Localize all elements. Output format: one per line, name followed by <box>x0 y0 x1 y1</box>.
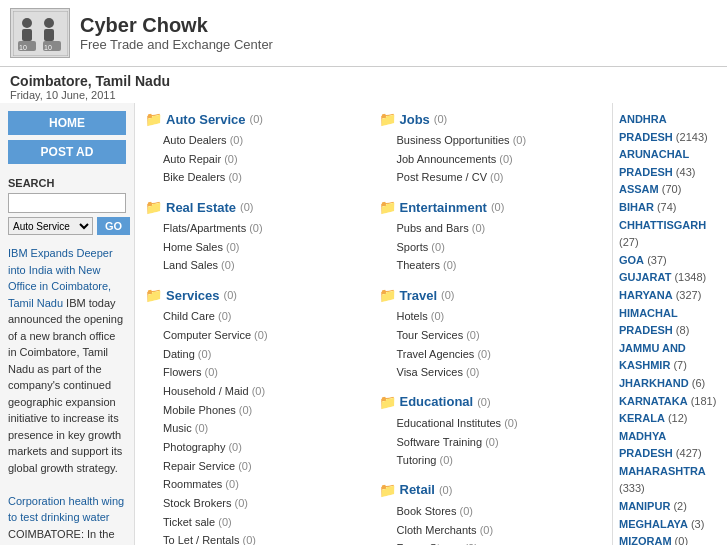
list-item: Tutoring (0) <box>397 451 603 470</box>
list-item: Repair Service (0) <box>163 457 369 476</box>
folder-icon-educational: 📁 <box>379 394 396 410</box>
state-item: JHARKHAND (6) <box>619 375 721 393</box>
list-item: Bike Dealers (0) <box>163 168 369 187</box>
search-go-button[interactable]: GO <box>97 217 130 235</box>
list-item: Business Opportunities (0) <box>397 131 603 150</box>
category-travel: 📁 Travel (0) Hotels (0) Tour Services (0… <box>379 287 603 382</box>
news-link-1[interactable]: IBM Expands Deeper into India with New O… <box>8 247 113 309</box>
list-item: Music (0) <box>163 419 369 438</box>
site-subtitle: Free Trade and Exchange Center <box>80 37 273 52</box>
states-sidebar: ANDHRA PRADESH (2143) ARUNACHAL PRADESH … <box>612 103 727 545</box>
folder-icon-auto: 📁 <box>145 111 162 127</box>
state-item: BIHAR (74) <box>619 199 721 217</box>
categories-right-col: 📁 Jobs (0) Business Opportunities (0) Jo… <box>379 111 603 545</box>
list-item: Photography (0) <box>163 438 369 457</box>
state-item: MADHYA PRADESH (427) <box>619 428 721 463</box>
category-auto-service: 📁 Auto Service (0) Auto Dealers (0) Auto… <box>145 111 369 187</box>
state-item: HARYANA (327) <box>619 287 721 305</box>
list-item: Travel Agencies (0) <box>397 345 603 364</box>
site-logo: 10 10 <box>10 8 70 58</box>
category-real-estate: 📁 Real Estate (0) Flats/Apartments (0) H… <box>145 199 369 275</box>
sidebar-news: IBM Expands Deeper into India with New O… <box>8 245 126 545</box>
state-item: MAHARASHTRA (333) <box>619 463 721 498</box>
svg-text:10: 10 <box>44 44 52 51</box>
state-item: KARNATAKA (181) <box>619 393 721 411</box>
list-item: Pubs and Bars (0) <box>397 219 603 238</box>
state-item: MIZORAM (0) <box>619 533 721 545</box>
home-button[interactable]: HOME <box>8 111 126 135</box>
state-item: ASSAM (70) <box>619 181 721 199</box>
list-item: Auto Dealers (0) <box>163 131 369 150</box>
cat-title-services[interactable]: Services <box>166 288 220 303</box>
list-item: Land Sales (0) <box>163 256 369 275</box>
svg-rect-4 <box>44 29 54 41</box>
list-item: Flowers (0) <box>163 363 369 382</box>
cat-title-travel[interactable]: Travel <box>400 288 438 303</box>
list-item: Fancy Stores (0) <box>397 539 603 545</box>
location-city: Coimbatore, Tamil Nadu <box>10 73 717 89</box>
list-item: Tour Services (0) <box>397 326 603 345</box>
list-item: Cloth Merchants (0) <box>397 521 603 540</box>
folder-icon-services: 📁 <box>145 287 162 303</box>
list-item: Job Announcements (0) <box>397 150 603 169</box>
search-category-select[interactable]: Auto Service Real Estate Services Jobs E… <box>8 217 93 235</box>
state-item: KERALA (12) <box>619 410 721 428</box>
state-item: MANIPUR (2) <box>619 498 721 516</box>
list-item: Computer Service (0) <box>163 326 369 345</box>
state-item: JAMMU AND KASHMIR (7) <box>619 340 721 375</box>
list-item: Educational Institutes (0) <box>397 414 603 433</box>
folder-icon-realestate: 📁 <box>145 199 162 215</box>
state-item: GUJARAT (1348) <box>619 269 721 287</box>
state-item: ANDHRA PRADESH (2143) <box>619 111 721 146</box>
cat-title-jobs[interactable]: Jobs <box>400 112 430 127</box>
folder-icon-travel: 📁 <box>379 287 396 303</box>
list-item: Flats/Apartments (0) <box>163 219 369 238</box>
folder-icon-entertainment: 📁 <box>379 199 396 215</box>
folder-icon-jobs: 📁 <box>379 111 396 127</box>
category-services: 📁 Services (0) Child Care (0) Computer S… <box>145 287 369 545</box>
category-entertainment: 📁 Entertainment (0) Pubs and Bars (0) Sp… <box>379 199 603 275</box>
list-item: Ticket sale (0) <box>163 513 369 532</box>
state-item: ARUNACHAL PRADESH (43) <box>619 146 721 181</box>
list-item: Home Sales (0) <box>163 238 369 257</box>
svg-point-3 <box>44 18 54 28</box>
list-item: Hotels (0) <box>397 307 603 326</box>
list-item: Mobile Phones (0) <box>163 401 369 420</box>
list-item: Dating (0) <box>163 345 369 364</box>
category-jobs: 📁 Jobs (0) Business Opportunities (0) Jo… <box>379 111 603 187</box>
state-item: MEGHALAYA (3) <box>619 516 721 534</box>
list-item: Book Stores (0) <box>397 502 603 521</box>
post-ad-button[interactable]: POST AD <box>8 140 126 164</box>
state-item: HIMACHAL PRADESH (8) <box>619 305 721 340</box>
cat-title-educational[interactable]: Educational <box>400 394 474 409</box>
site-title: Cyber Chowk <box>80 14 273 37</box>
svg-text:10: 10 <box>19 44 27 51</box>
cat-title-retail[interactable]: Retail <box>400 482 435 497</box>
categories-left-col: 📁 Auto Service (0) Auto Dealers (0) Auto… <box>145 111 369 545</box>
list-item: Stock Brokers (0) <box>163 494 369 513</box>
news-link-2[interactable]: Corporation health wing to test drinking… <box>8 495 124 524</box>
cat-title-auto[interactable]: Auto Service <box>166 112 245 127</box>
state-item: GOA (37) <box>619 252 721 270</box>
list-item: Household / Maid (0) <box>163 382 369 401</box>
list-item: To Let / Rentals (0) <box>163 531 369 545</box>
list-item: Auto Repair (0) <box>163 150 369 169</box>
search-input[interactable] <box>8 193 126 213</box>
list-item: Visa Services (0) <box>397 363 603 382</box>
folder-icon-retail: 📁 <box>379 482 396 498</box>
search-label: SEARCH <box>8 177 126 189</box>
list-item: Roommates (0) <box>163 475 369 494</box>
list-item: Sports (0) <box>397 238 603 257</box>
list-item: Child Care (0) <box>163 307 369 326</box>
list-item: Theaters (0) <box>397 256 603 275</box>
location-date: Friday, 10 June, 2011 <box>10 89 717 101</box>
cat-title-entertainment[interactable]: Entertainment <box>400 200 487 215</box>
svg-rect-2 <box>22 29 32 41</box>
category-educational: 📁 Educational (0) Educational Institutes… <box>379 394 603 470</box>
svg-point-1 <box>22 18 32 28</box>
category-retail: 📁 Retail (0) Book Stores (0) Cloth Merch… <box>379 482 603 545</box>
cat-title-realestate[interactable]: Real Estate <box>166 200 236 215</box>
list-item: Software Training (0) <box>397 433 603 452</box>
state-item: CHHATTISGARH (27) <box>619 217 721 252</box>
list-item: Post Resume / CV (0) <box>397 168 603 187</box>
